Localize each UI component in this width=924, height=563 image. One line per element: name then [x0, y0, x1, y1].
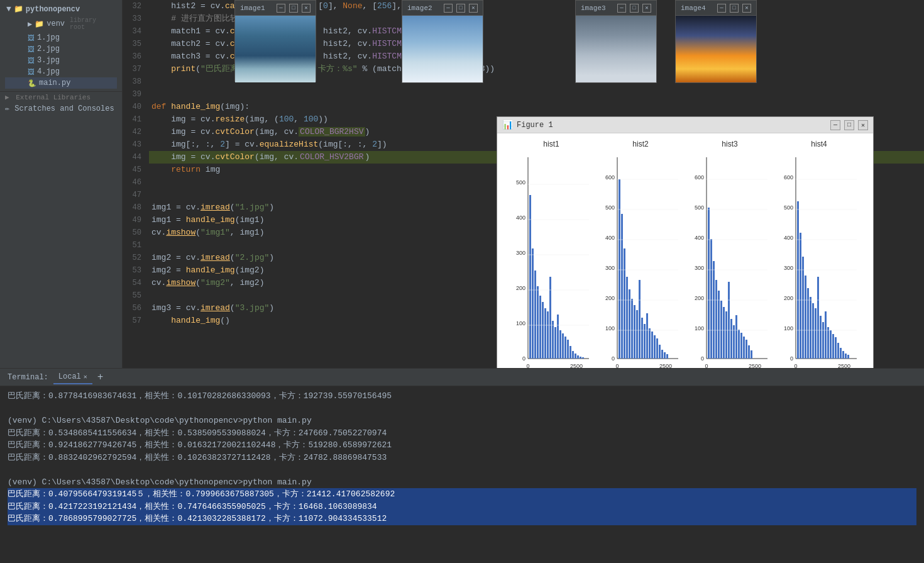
win3-close[interactable]: ✕ [642, 4, 651, 13]
image1-window[interactable]: image1 — □ ✕ [234, 0, 316, 82]
terminal-line-highlight-3: 巴氏距离：0.7868995799027725，相关性：0.4213032285… [8, 513, 916, 525]
sidebar-item-2jpg[interactable]: 🖼 2.jpg [5, 43, 117, 55]
image2-titlebar: image2 — □ ✕ [402, 1, 483, 16]
terminal-tabs: Terminal: Local ✕ + [0, 369, 924, 386]
code-line-45: 45 return img [123, 164, 924, 176]
terminal-line-highlight-2: 巴氏距离：0.4217223192121434，相关性：0.7476466355… [8, 501, 916, 513]
bottom-panel: Terminal: Local ✕ + 巴氏距离：0.8778416983674… [0, 368, 924, 563]
image4-content [676, 16, 756, 82]
win4-minimize[interactable]: — [717, 4, 726, 13]
code-line-47: 47 [123, 189, 924, 201]
win2-minimize[interactable]: — [444, 4, 453, 13]
win2-maximize[interactable]: □ [456, 4, 465, 13]
editor-area: 32 hist2 = cv.calcHist([image2], [0], No… [123, 0, 924, 368]
code-line-56: 56 img3 = cv.imread("3.jpg") [123, 302, 924, 315]
terminal-blank-2 [8, 464, 916, 476]
folder-icon: ▼ [6, 4, 11, 14]
code-line-42: 42 img = cv.cvtColor(img, cv.COLOR_BGR2H… [123, 126, 924, 138]
sidebar-item-4jpg[interactable]: 🖼 4.jpg [5, 66, 117, 77]
win4-close[interactable]: ✕ [742, 4, 751, 13]
venv-label: venv [47, 20, 65, 28]
terminal-add-button[interactable]: + [95, 372, 106, 383]
project-root[interactable]: ▼ 📁 pythonopencv [5, 3, 117, 16]
terminal-cmd-2: (venv) C:\Users\43587\Desktop\code\pytho… [8, 476, 916, 489]
library-root-tag: library root [70, 17, 114, 31]
terminal-line-1: 巴氏距离：0.8778416983674631，相关性：0.1017028268… [8, 390, 916, 403]
code-line-43: 43 img[:, :, 2] = cv.equalizeHist(img[:,… [123, 138, 924, 151]
scratches-icon: ✏ [5, 104, 9, 113]
code-line-44: 44 img = cv.cvtColor(img, cv.COLOR_HSV2B… [123, 151, 924, 164]
terminal-line-highlight-1: 巴氏距离：0.4079566479319145５，相关性：0.799966367… [8, 488, 916, 501]
image4-title: image4 [681, 4, 706, 12]
arrow-ext: ▶ [5, 94, 9, 101]
jpg3-icon: 🖼 [28, 57, 35, 65]
terminal-line-4: 巴氏距离：0.8832402962792594，相关性：0.1026382372… [8, 452, 916, 464]
code-line-53: 53 img2 = handle_img(img2) [123, 264, 924, 277]
win4-maximize[interactable]: □ [730, 4, 739, 13]
image2-content [402, 16, 483, 82]
jpg3-label: 3.jpg [37, 56, 60, 65]
jpg4-icon: 🖼 [28, 68, 35, 76]
image4-titlebar: image4 — □ ✕ [676, 1, 756, 16]
sidebar: ▼ 📁 pythonopencv ▶ 📁 venv library root 🖼… [0, 0, 123, 368]
image1-titlebar: image1 — □ ✕ [235, 1, 316, 16]
win3-controls: — □ ✕ [617, 4, 651, 13]
jpg4-label: 4.jpg [37, 67, 60, 76]
image2-window[interactable]: image2 — □ ✕ [402, 0, 483, 83]
terminal-label: Terminal: [5, 373, 51, 382]
code-line-41: 41 img = cv.resize(img, (100, 100)) [123, 113, 924, 126]
code-line-46: 46 [123, 176, 924, 189]
code-line-48: 48 img1 = cv.imread("1.jpg") [123, 201, 924, 214]
terminal-blank-1 [8, 403, 916, 415]
win1-minimize[interactable]: — [277, 4, 285, 13]
image3-window[interactable]: image3 — □ ✕ [575, 0, 657, 83]
sidebar-item-mainpy[interactable]: 🐍 main.py [5, 77, 117, 89]
external-libs-label: External Libraries [16, 94, 91, 101]
code-line-39: 39 [123, 88, 924, 101]
win2-close[interactable]: ✕ [469, 4, 478, 13]
jpg2-icon: 🖼 [28, 45, 35, 53]
image4-window[interactable]: image4 — □ ✕ [675, 0, 757, 83]
code-line-57: 57 handle_img() [123, 315, 924, 327]
terminal-tab-label: Local [58, 372, 81, 381]
image3-title: image3 [581, 4, 606, 12]
win1-controls: — □ ✕ [277, 4, 311, 13]
win1-close[interactable]: ✕ [302, 4, 311, 13]
mainpy-label: main.py [39, 79, 70, 87]
code-line-55: 55 [123, 289, 924, 302]
image3-titlebar: image3 — □ ✕ [576, 1, 656, 16]
terminal-tab-local[interactable]: Local ✕ [53, 371, 92, 384]
code-line-51: 51 [123, 239, 924, 252]
terminal-tab-close[interactable]: ✕ [84, 373, 87, 381]
code-line-49: 49 img1 = handle_img(img1) [123, 214, 924, 226]
code-line-54: 54 cv.imshow("img2", img2) [123, 277, 924, 289]
sidebar-item-1jpg[interactable]: 🖼 1.jpg [5, 32, 117, 43]
win4-controls: — □ ✕ [717, 4, 751, 13]
terminal-line-3: 巴氏距离：0.9241862779426745，相关性：0.0163217200… [8, 439, 916, 452]
image1-title: image1 [240, 4, 265, 12]
sidebar-item-venv[interactable]: ▶ 📁 venv library root [5, 16, 117, 32]
sidebar-item-3jpg[interactable]: 🖼 3.jpg [5, 55, 117, 66]
app-container: ▼ 📁 pythonopencv ▶ 📁 venv library root 🖼… [0, 0, 924, 563]
project-name: pythonopencv [26, 5, 80, 14]
image3-content [576, 16, 656, 82]
code-line-50: 50 cv.imshow("img1", img1) [123, 226, 924, 239]
jpg1-icon: 🖼 [28, 34, 35, 42]
jpg1-label: 1.jpg [37, 33, 60, 42]
venv-folder-icon: 📁 [35, 20, 44, 29]
arrow-icon: ▶ [28, 20, 32, 29]
win1-maximize[interactable]: □ [289, 4, 298, 13]
win2-controls: — □ ✕ [444, 4, 478, 13]
terminal-cmd-1: (venv) C:\Users\43587\Desktop\code\pytho… [8, 415, 916, 427]
scratches-item[interactable]: ✏ Scratches and Consoles [0, 103, 122, 114]
project-section: ▼ 📁 pythonopencv ▶ 📁 venv library root 🖼… [0, 0, 122, 92]
main-area: ▼ 📁 pythonopencv ▶ 📁 venv library root 🖼… [0, 0, 924, 368]
image2-title: image2 [407, 4, 432, 12]
code-line-40: 40 def handle_img(img): [123, 101, 924, 113]
win3-maximize[interactable]: □ [630, 4, 639, 13]
win3-minimize[interactable]: — [617, 4, 626, 13]
py-icon: 🐍 [28, 79, 36, 87]
image1-content [235, 16, 316, 82]
terminal-output[interactable]: 巴氏距离：0.8778416983674631，相关性：0.1017028268… [0, 386, 924, 563]
external-libs-section[interactable]: ▶ External Libraries [0, 92, 122, 103]
